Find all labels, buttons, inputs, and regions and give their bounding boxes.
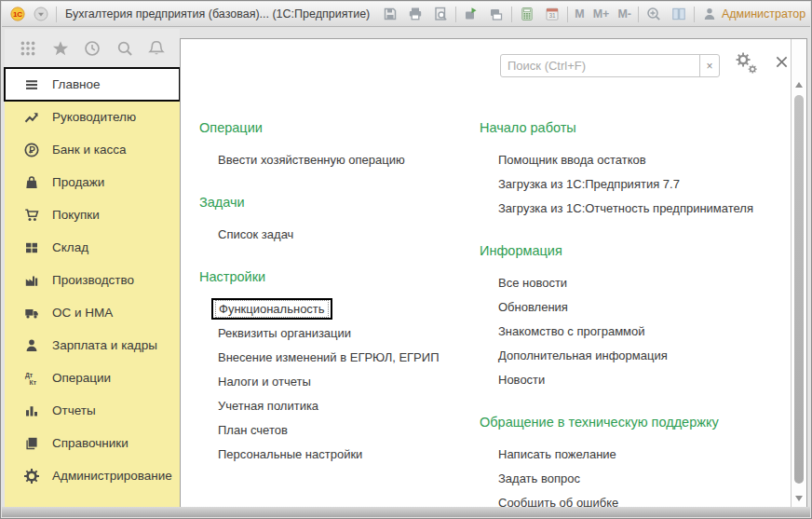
command-link[interactable]: Учетная политика [218,399,318,413]
favorites-star-icon[interactable] [52,40,69,57]
toolbar-button-M+[interactable]: M+ [593,7,610,20]
calendar-icon: 31 [544,6,561,22]
command-link[interactable]: Знакомство с программой [498,324,645,338]
cart-icon [23,207,40,224]
notifications-bell-icon[interactable] [148,40,165,57]
main-panel: × ОперацииВвести хозяйственную операциюЗ… [180,38,807,509]
calendar-button[interactable]: 31 [544,6,561,22]
sidebar-item-sklad[interactable]: Склад [5,231,180,264]
command-link[interactable]: Обновления [498,300,568,314]
print-preview-button[interactable] [432,6,449,22]
app-menu-dropdown-icon[interactable] [33,6,49,22]
clear-x-icon[interactable]: × [699,55,719,76]
content-column-left: ОперацииВвести хозяйственную операциюЗад… [199,116,479,485]
command-link[interactable]: Реквизиты организации [218,326,351,340]
zoom-icon [645,6,662,22]
sidebar-item-pokupki[interactable]: Покупки [5,198,180,231]
search-input[interactable] [501,55,699,76]
save-button[interactable] [382,6,399,22]
sidebar-item-administrirovanie[interactable]: Администрирование [5,459,180,492]
section-header: Информация [480,239,787,263]
trend-icon [23,109,40,126]
content-section: ОперацииВвести хозяйственную операцию [199,116,479,172]
command-link[interactable]: Загрузка из 1С:Отчетность предпринимател… [498,201,753,215]
sidebar: ГлавноеРуководителюБанк и кассаПродажиПо… [5,68,180,509]
print-copy-button[interactable] [488,6,505,22]
command-link[interactable]: Налоги и отчеты [218,375,311,389]
zoom-button[interactable] [645,6,662,22]
truck-icon [23,305,40,321]
link-row: План счетов [199,418,479,443]
menu-icon [23,76,40,93]
content-column-right: Начало работыПомощник ввода остатковЗагр… [480,116,787,519]
vertical-scrollbar[interactable] [791,39,806,508]
svg-text:1С: 1С [13,10,22,19]
toolbar-group [382,6,449,22]
sidebar-item-label: Справочники [52,436,129,450]
command-link[interactable]: План счетов [218,423,288,437]
sidebar-item-proizvodstvo[interactable]: Производство [5,264,180,296]
command-link[interactable]: Ввести хозяйственную операцию [218,153,405,167]
sidebar-item-label: Покупки [52,208,100,222]
toolbar-button-label: M- [617,7,631,20]
sidebar-item-label: Операции [52,371,111,385]
sidebar-item-operacii[interactable]: ДтКтОперации [5,362,180,394]
command-link[interactable]: Персональные настройки [218,447,362,461]
sidebar-item-otchety[interactable]: Отчеты [5,394,180,427]
user-button[interactable]: Администратор [701,6,805,22]
command-link[interactable]: Новости [498,373,545,387]
titlebar-toolbar: 31MM+M-Администраторi [382,6,812,22]
search-group: × [500,54,720,77]
link-row: Написать пожелание [480,443,787,467]
sidebar-item-label: Склад [52,240,88,254]
command-link[interactable]: Загрузка из 1С:Предприятия 7.7 [498,177,680,191]
close-x-icon[interactable] [775,55,792,72]
separator [567,7,568,22]
command-link[interactable]: Написать пожелание [498,447,616,461]
toolbar-button-M-[interactable]: M- [617,7,631,20]
sidebar-item-glavnoe[interactable]: Главное [5,68,180,101]
sidebar-item-bank-i-kassa[interactable]: Банк и касса [5,133,180,166]
command-link[interactable]: Все новости [498,276,567,290]
search-icon[interactable] [116,40,133,57]
send-doc-button[interactable] [463,6,480,22]
window-bottom-border [2,507,810,517]
sidebar-item-rukovoditelyu[interactable]: Руководителю [5,101,180,133]
sidebar-item-spravochniki[interactable]: Справочники [5,427,180,459]
content-section: ИнформацияВсе новостиОбновленияЗнакомств… [480,239,787,392]
command-link[interactable]: Внесение изменений в ЕГРЮЛ, ЕГРИП [218,350,439,364]
settings-gears-icon[interactable] [736,52,760,76]
sidebar-item-os-i-nma[interactable]: ОС и НМА [5,296,180,329]
scroll-down-arrow-icon[interactable] [795,496,803,501]
command-link[interactable]: Помощник ввода остатков [498,153,646,167]
current-user-label: Администратор [722,7,805,20]
scrollbar-thumb[interactable] [794,95,804,484]
command-link[interactable]: Список задач [218,227,293,241]
split-view-button[interactable] [670,6,687,22]
toolbar-button-M[interactable]: M [575,7,584,20]
svg-text:Дт: Дт [25,372,34,379]
bag-icon [23,174,40,191]
toolbar-group: Администратор [701,6,805,22]
svg-text:31: 31 [549,12,557,19]
gear-icon [23,468,40,485]
focused-command-link[interactable]: Функциональность [211,298,332,320]
link-row: Дополнительная информация [480,344,787,368]
command-link[interactable]: Дополнительная информация [498,348,668,362]
ruble-icon [23,142,40,158]
save-icon [382,6,399,22]
sidebar-item-label: Зарплата и кадры [52,338,157,352]
print-preview-icon [432,6,449,22]
calculator-button[interactable] [519,6,535,22]
history-icon[interactable] [84,40,101,57]
print-button[interactable] [407,6,424,22]
apps-grid-icon[interactable] [20,40,36,57]
link-row: Загрузка из 1С:Предприятия 7.7 [480,172,787,197]
link-row: Функциональность [199,297,479,321]
titlebar: 1С Бухгалтерия предприятия (базовая)... … [2,2,810,27]
scroll-up-arrow-icon[interactable] [795,82,803,88]
sidebar-item-zarplata-i-kadry[interactable]: Зарплата и кадры [5,329,180,362]
command-link[interactable]: Задать вопрос [498,471,580,485]
sidebar-item-prodazhi[interactable]: Продажи [5,166,180,198]
content-section: Обращение в техническую поддержкуНаписат… [480,410,787,515]
